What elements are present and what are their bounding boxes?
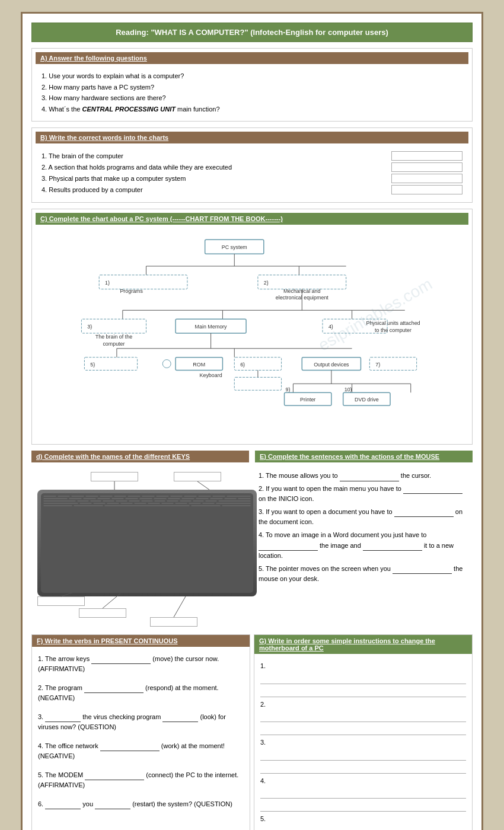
svg-text:Main Memory: Main Memory	[195, 324, 227, 330]
section-f: F) Write the verbs in PRESENT CONTINUOUS…	[31, 634, 250, 830]
f-blank-5[interactable]	[85, 773, 144, 780]
section-f-content: 1. The arrow keys (move) the cursor now.…	[32, 650, 250, 813]
section-b: B) Write the correct words into the char…	[31, 127, 473, 203]
f-sentence-1: 1. The arrow keys (move) the cursor now.…	[38, 654, 244, 673]
section-de-container: d) Complete with the names of the differ…	[31, 451, 473, 632]
svg-text:10): 10)	[344, 387, 352, 392]
g-line-3b[interactable]	[260, 763, 466, 774]
section-fg-container: F) Write the verbs in PRESENT CONTINUOUS…	[31, 634, 473, 830]
svg-text:2): 2)	[264, 280, 269, 286]
g-line-1b[interactable]	[260, 687, 466, 697]
answer-box-b3[interactable]	[391, 174, 462, 183]
g-line-4a[interactable]	[260, 788, 466, 799]
f-blank-6b[interactable]	[95, 802, 130, 809]
svg-text:3): 3)	[87, 324, 92, 330]
g-item-1: 1.	[260, 661, 466, 671]
page-title: Reading: "WHAT IS A COMPUTER?" (Infotech…	[31, 23, 473, 42]
section-b-item1: 1. The brain of the computer	[42, 152, 391, 159]
section-b-item3: 3. Physical parts that make up a compute…	[42, 175, 391, 182]
svg-text:7): 7)	[375, 362, 380, 368]
g-line-3a[interactable]	[260, 750, 466, 761]
key-label-1[interactable]	[91, 472, 138, 481]
section-b-row1: 1. The brain of the computer	[42, 151, 462, 161]
f-blank-4[interactable]	[100, 744, 160, 751]
section-d-header: d) Complete with the names of the differ…	[31, 451, 249, 462]
section-e-content: 1. The mouse allows you to the cursor. 2…	[255, 466, 473, 589]
section-b-row2: 2. A section that holds programs and dat…	[42, 162, 462, 172]
svg-text:computer: computer	[103, 341, 125, 347]
section-a-content: 1. Use your words to explain what is a c…	[36, 68, 468, 117]
f-sentence-3: 3. the virus checking program (look) for…	[38, 712, 244, 732]
section-e-header: E) Complete the sentences with the actio…	[255, 451, 473, 462]
f-sentence-6: 6. you (restart) the system? (QUESTION)	[38, 799, 244, 809]
mouse-blank-2[interactable]	[403, 487, 462, 494]
svg-rect-57	[234, 377, 281, 390]
section-g-content: 1. 2. 3. 4. 5.	[254, 657, 472, 830]
g-item-4: 4.	[260, 776, 466, 786]
svg-text:1): 1)	[105, 280, 110, 286]
mouse-sentence-2: 2. If you want to open the main menu you…	[259, 484, 469, 505]
svg-text:6): 6)	[240, 362, 245, 368]
f-sentence-5: 5. The MODEM (connect) the PC to the int…	[38, 770, 244, 790]
answer-box-b1[interactable]	[391, 151, 462, 161]
f-blank-1[interactable]	[91, 657, 151, 664]
g-line-2b[interactable]	[260, 724, 466, 735]
keyboard-graphic	[37, 490, 257, 596]
question-a3: 3. How many hardware sections are there?	[42, 93, 462, 103]
svg-text:9): 9)	[286, 387, 291, 392]
section-b-row3: 3. Physical parts that make up a compute…	[42, 174, 462, 183]
section-b-row4: 4. Results produced by a computer	[42, 185, 462, 194]
section-g-header: G) Write in order some simple instructio…	[254, 635, 472, 654]
answer-box-b2[interactable]	[391, 162, 462, 172]
mouse-sentence-1: 1. The mouse allows you to the cursor.	[259, 471, 469, 481]
mouse-blank-4a[interactable]	[259, 544, 318, 551]
section-f-header: F) Write the verbs in PRESENT CONTINUOUS	[32, 635, 250, 647]
section-d: d) Complete with the names of the differ…	[31, 451, 249, 632]
f-sentence-2: 2. The program (respond) at the moment. …	[38, 683, 244, 703]
g-line-4b[interactable]	[260, 801, 466, 812]
question-a2: 2. How many parts have a PC system?	[42, 82, 462, 92]
mouse-blank-4b[interactable]	[363, 544, 422, 551]
svg-point-34	[162, 360, 171, 368]
question-a1: 1. Use your words to explain what is a c…	[42, 71, 462, 81]
f-sentence-4: 4. The office network (work) at the mome…	[38, 741, 244, 761]
section-b-item2: 2. A section that holds programs and dat…	[42, 164, 391, 171]
f-blank-3a[interactable]	[45, 715, 81, 722]
page: Reading: "WHAT IS A COMPUTER?" (Infotech…	[21, 12, 483, 830]
section-e: E) Complete the sentences with the actio…	[255, 451, 473, 632]
key-label-2[interactable]	[174, 472, 221, 481]
key-label-3[interactable]	[37, 596, 85, 606]
g-line-5a[interactable]	[260, 826, 466, 831]
svg-text:to the computer: to the computer	[375, 327, 412, 333]
svg-text:ROM: ROM	[193, 362, 205, 368]
svg-text:The brain of the: The brain of the	[95, 334, 132, 340]
svg-text:DVD drive: DVD drive	[355, 397, 379, 403]
section-c-header: C) Complete the chart about a PC system …	[36, 213, 468, 225]
mouse-blank-5[interactable]	[393, 567, 452, 574]
pc-chart-svg: PC system 1) Programs 2) Mechanical and …	[40, 233, 464, 435]
section-a-header: A) Answer the following questions	[36, 52, 468, 64]
svg-text:5): 5)	[90, 362, 95, 368]
svg-text:PC system: PC system	[222, 244, 247, 250]
f-blank-2[interactable]	[84, 686, 143, 693]
mouse-sentence-5: 5. The pointer moves on the screen when …	[259, 564, 469, 585]
section-c: C) Complete the chart about a PC system …	[31, 209, 473, 445]
mouse-blank-3[interactable]	[394, 510, 454, 517]
section-b-header: B) Write the correct words into the char…	[36, 132, 468, 143]
svg-rect-6	[99, 275, 187, 289]
svg-text:Output devices: Output devices	[314, 362, 349, 368]
mouse-blank-1[interactable]	[340, 474, 399, 481]
g-item-2: 2.	[260, 700, 466, 710]
key-label-4[interactable]	[79, 608, 126, 618]
answer-box-b4[interactable]	[391, 185, 462, 194]
svg-line-63	[174, 596, 186, 617]
key-label-5[interactable]	[150, 617, 197, 627]
svg-text:Printer: Printer	[300, 397, 315, 403]
f-blank-6a[interactable]	[45, 802, 81, 809]
f-blank-3b[interactable]	[162, 715, 198, 722]
g-line-2a[interactable]	[260, 711, 466, 722]
g-line-1a[interactable]	[260, 673, 466, 684]
section-b-item4: 4. Results produced by a computer	[42, 186, 391, 193]
section-b-content: 1. The brain of the computer 2. A sectio…	[36, 147, 468, 199]
g-item-3: 3.	[260, 738, 466, 748]
